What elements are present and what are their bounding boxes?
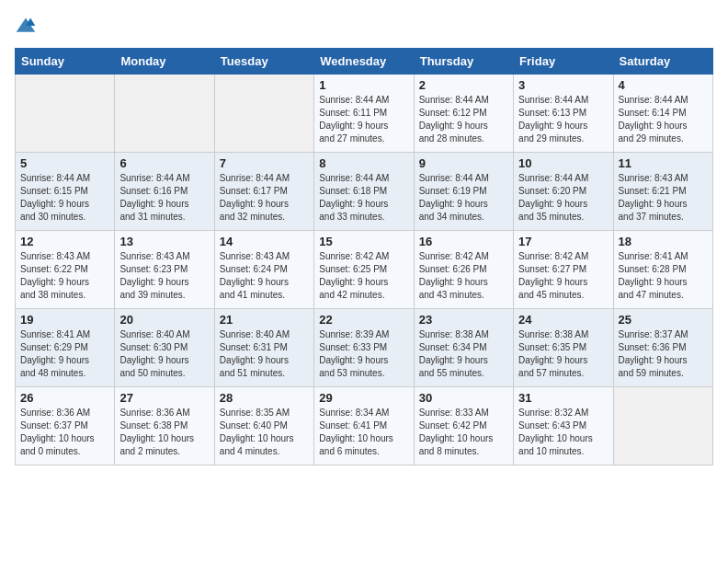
day-detail: Sunrise: 8:41 AMSunset: 6:28 PMDaylight:…: [619, 250, 708, 302]
calendar-cell: 18Sunrise: 8:41 AMSunset: 6:28 PMDayligh…: [613, 231, 712, 309]
day-number: 12: [20, 235, 109, 248]
day-detail: Sunrise: 8:40 AMSunset: 6:30 PMDaylight:…: [119, 328, 209, 380]
calendar-cell: 13Sunrise: 8:43 AMSunset: 6:23 PMDayligh…: [115, 231, 214, 309]
day-number: 9: [419, 156, 508, 170]
calendar-cell: [16, 75, 115, 153]
calendar-cell: 3Sunrise: 8:44 AMSunset: 6:13 PMDaylight…: [514, 75, 613, 153]
calendar-cell: 23Sunrise: 8:38 AMSunset: 6:34 PMDayligh…: [414, 309, 513, 387]
calendar-cell: 29Sunrise: 8:34 AMSunset: 6:41 PMDayligh…: [314, 387, 414, 465]
weekday-header-tuesday: Tuesday: [214, 49, 313, 75]
day-number: 5: [20, 156, 109, 170]
day-detail: Sunrise: 8:44 AMSunset: 6:14 PMDaylight:…: [619, 94, 708, 145]
calendar-week-row: 5Sunrise: 8:44 AMSunset: 6:15 PMDaylight…: [16, 153, 713, 231]
calendar-cell: 19Sunrise: 8:41 AMSunset: 6:29 PMDayligh…: [16, 309, 115, 387]
day-detail: Sunrise: 8:38 AMSunset: 6:34 PMDaylight:…: [419, 328, 508, 380]
calendar-cell: 1Sunrise: 8:44 AMSunset: 6:11 PMDaylight…: [314, 75, 414, 153]
weekday-header-saturday: Saturday: [613, 49, 712, 75]
day-number: 29: [319, 391, 408, 405]
day-number: 7: [220, 156, 309, 170]
day-number: 20: [119, 313, 209, 327]
calendar-week-row: 1Sunrise: 8:44 AMSunset: 6:11 PMDaylight…: [16, 75, 713, 153]
weekday-header-sunday: Sunday: [16, 49, 115, 75]
day-number: 26: [20, 391, 109, 405]
day-number: 25: [619, 313, 708, 327]
calendar-cell: 20Sunrise: 8:40 AMSunset: 6:30 PMDayligh…: [115, 309, 214, 387]
weekday-header-row: SundayMondayTuesdayWednesdayThursdayFrid…: [16, 49, 713, 75]
weekday-header-monday: Monday: [115, 49, 214, 75]
day-number: 14: [220, 235, 309, 248]
calendar-cell: 17Sunrise: 8:42 AMSunset: 6:27 PMDayligh…: [514, 231, 613, 309]
calendar-week-row: 12Sunrise: 8:43 AMSunset: 6:22 PMDayligh…: [16, 231, 713, 309]
day-number: 13: [119, 235, 209, 248]
day-detail: Sunrise: 8:44 AMSunset: 6:19 PMDaylight:…: [419, 172, 508, 224]
day-number: 4: [619, 78, 708, 92]
day-detail: Sunrise: 8:35 AMSunset: 6:40 PMDaylight:…: [220, 407, 309, 458]
day-number: 19: [20, 313, 109, 327]
day-number: 28: [220, 391, 309, 405]
calendar-cell: 9Sunrise: 8:44 AMSunset: 6:19 PMDaylight…: [414, 153, 513, 231]
day-number: 15: [319, 235, 408, 248]
day-detail: Sunrise: 8:44 AMSunset: 6:20 PMDaylight:…: [518, 172, 608, 224]
day-number: 31: [518, 391, 608, 405]
calendar-cell: 22Sunrise: 8:39 AMSunset: 6:33 PMDayligh…: [314, 309, 414, 387]
calendar-cell: 30Sunrise: 8:33 AMSunset: 6:42 PMDayligh…: [414, 387, 513, 465]
day-number: 27: [119, 391, 209, 405]
calendar-cell: 27Sunrise: 8:36 AMSunset: 6:38 PMDayligh…: [115, 387, 214, 465]
day-number: 2: [419, 78, 508, 92]
calendar-cell: 26Sunrise: 8:36 AMSunset: 6:37 PMDayligh…: [16, 387, 115, 465]
day-detail: Sunrise: 8:39 AMSunset: 6:33 PMDaylight:…: [319, 328, 408, 380]
calendar-cell: 15Sunrise: 8:42 AMSunset: 6:25 PMDayligh…: [314, 231, 414, 309]
day-detail: Sunrise: 8:36 AMSunset: 6:38 PMDaylight:…: [119, 407, 209, 458]
calendar-cell: 31Sunrise: 8:32 AMSunset: 6:43 PMDayligh…: [514, 387, 613, 465]
day-detail: Sunrise: 8:38 AMSunset: 6:35 PMDaylight:…: [518, 328, 608, 380]
calendar-cell: 8Sunrise: 8:44 AMSunset: 6:18 PMDaylight…: [314, 153, 414, 231]
day-number: 3: [518, 78, 608, 92]
weekday-header-thursday: Thursday: [414, 49, 513, 75]
calendar-cell: [613, 387, 712, 465]
day-number: 21: [220, 313, 309, 327]
day-number: 16: [419, 235, 508, 248]
logo-icon: [15, 15, 37, 37]
day-detail: Sunrise: 8:43 AMSunset: 6:21 PMDaylight:…: [619, 172, 708, 224]
page-header: [15, 15, 713, 37]
day-detail: Sunrise: 8:37 AMSunset: 6:36 PMDaylight:…: [619, 328, 708, 380]
day-number: 17: [518, 235, 608, 248]
day-detail: Sunrise: 8:44 AMSunset: 6:13 PMDaylight:…: [518, 94, 608, 145]
day-number: 6: [119, 156, 209, 170]
calendar-cell: 11Sunrise: 8:43 AMSunset: 6:21 PMDayligh…: [613, 153, 712, 231]
day-number: 22: [319, 313, 408, 327]
day-detail: Sunrise: 8:42 AMSunset: 6:27 PMDaylight:…: [518, 250, 608, 302]
calendar-cell: 10Sunrise: 8:44 AMSunset: 6:20 PMDayligh…: [514, 153, 613, 231]
calendar-week-row: 26Sunrise: 8:36 AMSunset: 6:37 PMDayligh…: [16, 387, 713, 465]
day-detail: Sunrise: 8:36 AMSunset: 6:37 PMDaylight:…: [20, 407, 109, 458]
calendar-cell: 16Sunrise: 8:42 AMSunset: 6:26 PMDayligh…: [414, 231, 513, 309]
day-detail: Sunrise: 8:44 AMSunset: 6:11 PMDaylight:…: [319, 94, 408, 145]
day-number: 10: [518, 156, 608, 170]
day-number: 30: [419, 391, 508, 405]
day-detail: Sunrise: 8:42 AMSunset: 6:26 PMDaylight:…: [419, 250, 508, 302]
day-detail: Sunrise: 8:44 AMSunset: 6:17 PMDaylight:…: [220, 172, 309, 224]
day-detail: Sunrise: 8:34 AMSunset: 6:41 PMDaylight:…: [319, 407, 408, 458]
day-detail: Sunrise: 8:40 AMSunset: 6:31 PMDaylight:…: [220, 328, 309, 380]
calendar-cell: 7Sunrise: 8:44 AMSunset: 6:17 PMDaylight…: [214, 153, 313, 231]
day-number: 18: [619, 235, 708, 248]
logo: [15, 15, 40, 37]
day-detail: Sunrise: 8:41 AMSunset: 6:29 PMDaylight:…: [20, 328, 109, 380]
calendar-cell: [115, 75, 214, 153]
day-detail: Sunrise: 8:44 AMSunset: 6:16 PMDaylight:…: [119, 172, 209, 224]
day-detail: Sunrise: 8:43 AMSunset: 6:22 PMDaylight:…: [20, 250, 109, 302]
calendar-cell: 28Sunrise: 8:35 AMSunset: 6:40 PMDayligh…: [214, 387, 313, 465]
calendar-cell: 5Sunrise: 8:44 AMSunset: 6:15 PMDaylight…: [16, 153, 115, 231]
weekday-header-friday: Friday: [514, 49, 613, 75]
calendar-cell: 21Sunrise: 8:40 AMSunset: 6:31 PMDayligh…: [214, 309, 313, 387]
calendar-cell: 2Sunrise: 8:44 AMSunset: 6:12 PMDaylight…: [414, 75, 513, 153]
day-detail: Sunrise: 8:44 AMSunset: 6:18 PMDaylight:…: [319, 172, 408, 224]
calendar-cell: [214, 75, 313, 153]
day-detail: Sunrise: 8:43 AMSunset: 6:24 PMDaylight:…: [220, 250, 309, 302]
calendar-cell: 4Sunrise: 8:44 AMSunset: 6:14 PMDaylight…: [613, 75, 712, 153]
calendar-cell: 25Sunrise: 8:37 AMSunset: 6:36 PMDayligh…: [613, 309, 712, 387]
day-detail: Sunrise: 8:43 AMSunset: 6:23 PMDaylight:…: [119, 250, 209, 302]
calendar-cell: 14Sunrise: 8:43 AMSunset: 6:24 PMDayligh…: [214, 231, 313, 309]
day-detail: Sunrise: 8:44 AMSunset: 6:12 PMDaylight:…: [419, 94, 508, 145]
calendar-cell: 12Sunrise: 8:43 AMSunset: 6:22 PMDayligh…: [16, 231, 115, 309]
